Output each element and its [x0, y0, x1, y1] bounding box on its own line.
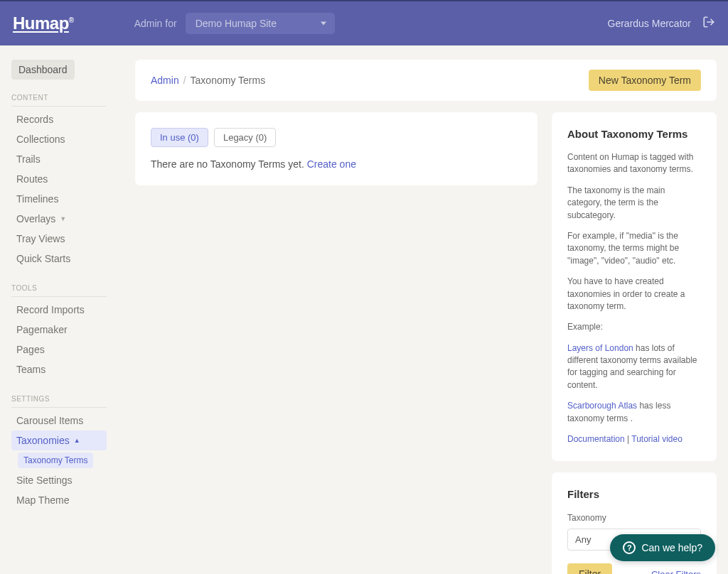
chevron-up-icon: ▲ — [74, 437, 80, 444]
filters-title: Filters — [567, 488, 701, 500]
sidebar-item-pagemaker[interactable]: Pagemaker — [11, 320, 107, 340]
about-panel: About Taxonomy Terms Content on Humap is… — [552, 112, 717, 461]
sidebar-section-tools: TOOLS — [11, 284, 107, 292]
about-links: Documentation | Tutorial video — [567, 433, 701, 445]
create-one-link[interactable]: Create one — [307, 158, 356, 170]
sidebar-item-overlays[interactable]: Overlays▼ — [11, 209, 107, 229]
documentation-link[interactable]: Documentation — [567, 434, 625, 444]
sidebar-dashboard[interactable]: Dashboard — [11, 60, 75, 80]
chevron-down-icon: ▼ — [60, 215, 66, 222]
about-p5: Example: — [567, 321, 701, 333]
help-icon: ? — [623, 541, 636, 554]
admin-for: Admin for Demo Humap Site — [134, 13, 335, 34]
help-widget[interactable]: ? Can we help? — [610, 534, 715, 561]
admin-for-label: Admin for — [134, 18, 177, 29]
about-p4: You have to have created taxonomies in o… — [567, 276, 701, 313]
help-label: Can we help? — [641, 542, 702, 553]
about-title: About Taxonomy Terms — [567, 128, 701, 140]
empty-message: There are no Taxonomy Terms yet. Create … — [151, 158, 522, 170]
sidebar-item-teams[interactable]: Teams — [11, 359, 107, 379]
sidebar-section-content: CONTENT — [11, 94, 107, 102]
new-taxonomy-term-button[interactable]: New Taxonomy Term — [589, 70, 701, 91]
about-p1: Content on Humap is tagged with taxonomi… — [567, 151, 701, 176]
about-p2: The taxonomy is the main category, the t… — [567, 185, 701, 222]
scarborough-atlas-link[interactable]: Scarborough Atlas — [567, 401, 637, 411]
sidebar-item-routes[interactable]: Routes — [11, 169, 107, 189]
sidebar: Dashboard CONTENT Records Collections Tr… — [0, 45, 118, 574]
sidebar-item-records[interactable]: Records — [11, 109, 107, 129]
sidebar-item-collections[interactable]: Collections — [11, 129, 107, 149]
filter-taxonomy-label: Taxonomy — [567, 513, 701, 523]
breadcrumb-current: Taxonomy Terms — [191, 75, 266, 86]
username[interactable]: Gerardus Mercator — [608, 18, 691, 29]
sidebar-item-carousel-items[interactable]: Carousel Items — [11, 411, 107, 430]
breadcrumb-root[interactable]: Admin — [151, 75, 179, 86]
breadcrumb-bar: Admin / Taxonomy Terms New Taxonomy Term — [135, 60, 717, 101]
sidebar-item-tray-views[interactable]: Tray Views — [11, 229, 107, 249]
clear-filters-link[interactable]: Clear Filters — [651, 569, 701, 574]
sidebar-item-quick-starts[interactable]: Quick Starts — [11, 249, 107, 269]
sidebar-section-settings: SETTINGS — [11, 395, 107, 403]
sidebar-item-taxonomies[interactable]: Taxonomies▲ — [11, 430, 107, 450]
site-select[interactable]: Demo Humap Site — [186, 13, 335, 34]
topbar: Humap® Admin for Demo Humap Site Gerardu… — [0, 0, 728, 45]
main-panel: In use (0) Legacy (0) There are no Taxon… — [135, 112, 537, 185]
sidebar-item-pages[interactable]: Pages — [11, 340, 107, 359]
sidebar-sub-taxonomy-terms[interactable]: Taxonomy Terms — [18, 453, 93, 468]
about-ex2: Scarborough Atlas has less taxonomy term… — [567, 400, 701, 425]
tutorial-video-link[interactable]: Tutorial video — [631, 434, 682, 444]
sidebar-item-timelines[interactable]: Timelines — [11, 189, 107, 209]
sidebar-item-trails[interactable]: Trails — [11, 149, 107, 169]
breadcrumb-sep: / — [183, 75, 186, 86]
sidebar-item-record-imports[interactable]: Record Imports — [11, 300, 107, 320]
sidebar-item-map-theme[interactable]: Map Theme — [11, 490, 107, 510]
about-p3: For example, if "media" is the taxonomy,… — [567, 230, 701, 267]
tab-in-use[interactable]: In use (0) — [151, 128, 208, 147]
tab-legacy[interactable]: Legacy (0) — [214, 128, 276, 147]
filter-button[interactable]: Filter — [567, 563, 612, 574]
logout-icon[interactable] — [702, 16, 715, 31]
about-ex1: Layers of London has lots of different t… — [567, 342, 701, 392]
sidebar-item-site-settings[interactable]: Site Settings — [11, 470, 107, 490]
layers-of-london-link[interactable]: Layers of London — [567, 343, 633, 353]
logo[interactable]: Humap® — [13, 13, 74, 33]
